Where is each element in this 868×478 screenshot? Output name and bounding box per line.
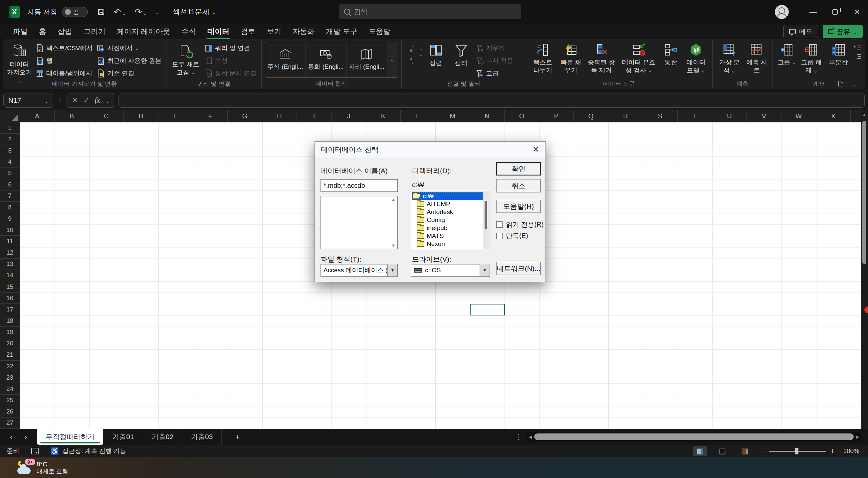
properties-button[interactable]: 속성 <box>204 55 258 66</box>
zoom-level[interactable]: 100% <box>843 447 859 455</box>
row-header-13[interactable]: 13 <box>0 259 20 270</box>
scroll-up-icon[interactable]: ▲ <box>862 110 867 118</box>
folder-item-c:₩[interactable]: c:₩ <box>412 192 483 200</box>
row-header-7[interactable]: 7 <box>0 191 20 202</box>
get-data-button[interactable]: 데이터 가져오기 <box>6 42 33 79</box>
data-model-button[interactable]: 데이터 모델 <box>683 42 709 76</box>
dialog-title[interactable]: 데이터베이스 선택 <box>315 142 546 158</box>
folder-item-Config[interactable]: Config <box>412 216 483 224</box>
queries-connections-button[interactable]: 쿼리 및 연결 <box>204 42 258 54</box>
row-header-6[interactable]: 6 <box>0 179 20 191</box>
zoom-out-button[interactable]: − <box>760 447 765 455</box>
ribbon-tab-홈[interactable]: 홈 <box>33 25 52 39</box>
row-header-15[interactable]: 15 <box>0 281 20 293</box>
row-header-18[interactable]: 18 <box>0 315 20 327</box>
zoom-slider[interactable]: − + <box>760 447 835 455</box>
user-avatar[interactable] <box>775 5 789 19</box>
column-header-P[interactable]: P <box>539 110 574 122</box>
column-header-W[interactable]: W <box>781 110 816 122</box>
help-button[interactable]: 도움말(H) <box>496 200 541 213</box>
column-header-C[interactable]: C <box>89 110 124 122</box>
workbook-links-button[interactable]: 통합 문서 연결 <box>204 68 258 79</box>
undo-button[interactable]: ↶ <box>114 8 126 16</box>
column-header-G[interactable]: G <box>228 110 262 122</box>
row-header-23[interactable]: 23 <box>0 372 20 383</box>
row-header-25[interactable]: 25 <box>0 395 20 406</box>
column-header-V[interactable]: V <box>747 110 781 122</box>
column-header-L[interactable]: L <box>401 110 435 122</box>
network-button[interactable]: 네트워크(N)... <box>496 262 541 275</box>
column-header-B[interactable]: B <box>55 110 89 122</box>
row-header-22[interactable]: 22 <box>0 361 20 372</box>
row-header-9[interactable]: 9 <box>0 213 20 225</box>
column-header-I[interactable]: I <box>297 110 332 122</box>
clear-filter-button[interactable]: 지우기 <box>475 42 515 54</box>
save-icon[interactable] <box>97 8 105 16</box>
collapse-ribbon-button[interactable] <box>852 81 856 87</box>
normal-view-button[interactable]: ▦ <box>693 446 707 456</box>
row-header-3[interactable]: 3 <box>0 145 20 156</box>
from-web-button[interactable]: 웹 <box>35 55 94 66</box>
row-header-16[interactable]: 16 <box>0 293 20 304</box>
ribbon-tab-그리기[interactable]: 그리기 <box>78 25 111 39</box>
select-all-corner[interactable] <box>0 110 20 122</box>
column-header-N[interactable]: N <box>470 110 504 122</box>
row-header-5[interactable]: 5 <box>0 168 20 179</box>
confirm-entry-button[interactable]: ✓ <box>84 96 90 104</box>
row-header-24[interactable]: 24 <box>0 383 20 395</box>
forecast-sheet-button[interactable]: 예측 시트 <box>745 42 769 76</box>
insert-function-button[interactable]: fx <box>95 96 100 105</box>
sheet-tab-기출01[interactable]: 기출01 <box>103 429 143 445</box>
filter-button[interactable]: 필터 <box>450 42 473 79</box>
row-header-21[interactable]: 21 <box>0 349 20 361</box>
row-header-10[interactable]: 10 <box>0 225 20 236</box>
column-header-R[interactable]: R <box>609 110 643 122</box>
geography-data-type[interactable]: 지리 (Engli... <box>346 42 387 77</box>
column-header-A[interactable]: A <box>20 110 55 122</box>
existing-connections-button[interactable]: 기존 연결 <box>96 68 163 79</box>
row-header-4[interactable]: 4 <box>0 156 20 168</box>
file-list-box[interactable]: ▲ ▼ <box>320 196 398 249</box>
from-text-csv-button[interactable]: 텍스트/CSV에서 <box>35 42 94 54</box>
folder-item-inetpub[interactable]: inetpub <box>412 224 483 232</box>
currency-data-type[interactable]: 통화 (Engli... <box>306 42 346 77</box>
column-header-K[interactable]: K <box>366 110 401 122</box>
row-header-1[interactable]: 1 <box>0 122 20 134</box>
vertical-scrollbar[interactable]: ▲ <box>861 110 868 429</box>
zoom-in-button[interactable]: + <box>830 447 835 455</box>
column-header-T[interactable]: T <box>678 110 712 122</box>
column-header-H[interactable]: H <box>262 110 297 122</box>
quick-access-customize-button[interactable] <box>155 9 159 15</box>
checkbox-icon[interactable] <box>496 221 502 228</box>
sheet-tab-무작정따라하기[interactable]: 무작정따라하기 <box>37 429 103 445</box>
row-header-14[interactable]: 14 <box>0 270 20 281</box>
ribbon-tab-도움말[interactable]: 도움말 <box>363 25 396 39</box>
cancel-entry-button[interactable]: ✕ <box>72 96 78 104</box>
refresh-all-button[interactable]: 모두 새로 고침 <box>170 42 202 79</box>
what-if-analysis-button[interactable]: ? 가상 분석 <box>716 42 743 76</box>
directory-scrollbar[interactable] <box>483 192 489 249</box>
page-break-view-button[interactable]: ▥ <box>738 446 751 456</box>
ribbon-tab-자동화[interactable]: 자동화 <box>287 25 320 39</box>
subtotal-button[interactable]: 부분합 <box>826 42 851 68</box>
page-layout-view-button[interactable]: ▤ <box>716 446 729 456</box>
sort-descending-button[interactable]: ㅎㄱ <box>405 55 418 66</box>
scroll-down-icon[interactable]: ▼ <box>392 243 396 248</box>
checkbox-icon[interactable] <box>496 233 502 239</box>
weather-widget[interactable]: 9+ 8°C 대체로 흐림 <box>0 461 68 475</box>
folder-item-Autodesk[interactable]: Autodesk <box>412 208 483 216</box>
column-header-D[interactable]: D <box>124 110 158 122</box>
column-header-Q[interactable]: Q <box>574 110 609 122</box>
sort-ascending-button[interactable]: ㄱㅎ <box>405 42 418 54</box>
ribbon-tab-보기[interactable]: 보기 <box>261 25 287 39</box>
exclusive-checkbox[interactable]: 단독(E) <box>496 231 528 240</box>
column-header-O[interactable]: O <box>504 110 539 122</box>
text-to-columns-button[interactable]: 텍스트 나누기 <box>529 42 556 76</box>
row-header-11[interactable]: 11 <box>0 236 20 247</box>
stocks-data-type[interactable]: 주식 (Engli... <box>265 42 306 77</box>
column-header-F[interactable]: F <box>193 110 228 122</box>
row-header-26[interactable]: 26 <box>0 406 20 417</box>
scroll-up-icon[interactable]: ▲ <box>392 197 396 202</box>
from-picture-button[interactable]: 사진에서 <box>96 42 163 54</box>
restore-button[interactable] <box>824 0 846 24</box>
